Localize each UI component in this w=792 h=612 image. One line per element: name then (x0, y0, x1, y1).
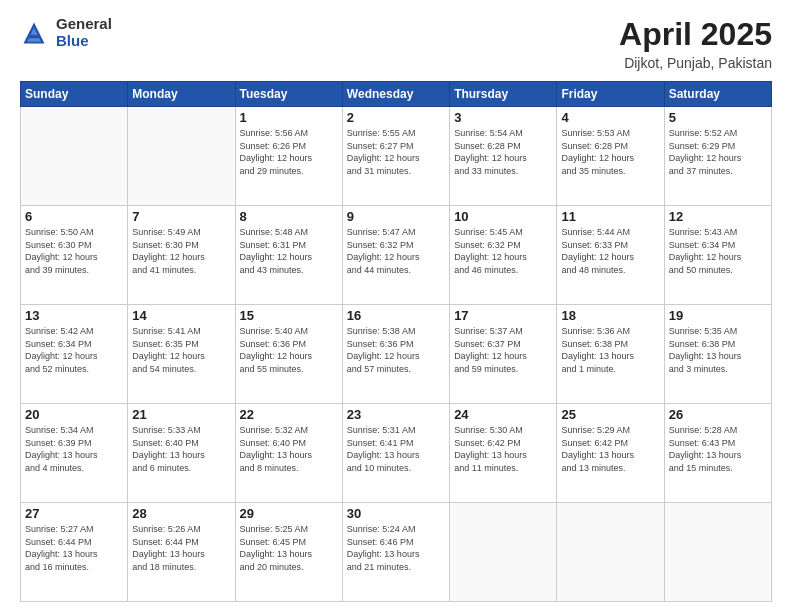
table-row: 15Sunrise: 5:40 AM Sunset: 6:36 PM Dayli… (235, 305, 342, 404)
day-info: Sunrise: 5:31 AM Sunset: 6:41 PM Dayligh… (347, 424, 445, 474)
table-row: 25Sunrise: 5:29 AM Sunset: 6:42 PM Dayli… (557, 404, 664, 503)
day-number: 20 (25, 407, 123, 422)
header: General Blue April 2025 Dijkot, Punjab, … (20, 16, 772, 71)
day-number: 15 (240, 308, 338, 323)
table-row (128, 107, 235, 206)
day-number: 17 (454, 308, 552, 323)
header-friday: Friday (557, 82, 664, 107)
day-number: 12 (669, 209, 767, 224)
day-info: Sunrise: 5:27 AM Sunset: 6:44 PM Dayligh… (25, 523, 123, 573)
day-info: Sunrise: 5:38 AM Sunset: 6:36 PM Dayligh… (347, 325, 445, 375)
table-row: 22Sunrise: 5:32 AM Sunset: 6:40 PM Dayli… (235, 404, 342, 503)
day-number: 1 (240, 110, 338, 125)
table-row: 2Sunrise: 5:55 AM Sunset: 6:27 PM Daylig… (342, 107, 449, 206)
table-row: 23Sunrise: 5:31 AM Sunset: 6:41 PM Dayli… (342, 404, 449, 503)
day-number: 30 (347, 506, 445, 521)
table-row: 11Sunrise: 5:44 AM Sunset: 6:33 PM Dayli… (557, 206, 664, 305)
day-info: Sunrise: 5:49 AM Sunset: 6:30 PM Dayligh… (132, 226, 230, 276)
day-number: 9 (347, 209, 445, 224)
table-row: 16Sunrise: 5:38 AM Sunset: 6:36 PM Dayli… (342, 305, 449, 404)
table-row: 8Sunrise: 5:48 AM Sunset: 6:31 PM Daylig… (235, 206, 342, 305)
svg-rect-2 (29, 34, 40, 38)
day-number: 24 (454, 407, 552, 422)
day-number: 7 (132, 209, 230, 224)
day-info: Sunrise: 5:26 AM Sunset: 6:44 PM Dayligh… (132, 523, 230, 573)
calendar-week-row: 1Sunrise: 5:56 AM Sunset: 6:26 PM Daylig… (21, 107, 772, 206)
title-block: April 2025 Dijkot, Punjab, Pakistan (619, 16, 772, 71)
day-number: 13 (25, 308, 123, 323)
logo: General Blue (20, 16, 112, 49)
day-info: Sunrise: 5:42 AM Sunset: 6:34 PM Dayligh… (25, 325, 123, 375)
table-row: 24Sunrise: 5:30 AM Sunset: 6:42 PM Dayli… (450, 404, 557, 503)
header-tuesday: Tuesday (235, 82, 342, 107)
day-info: Sunrise: 5:30 AM Sunset: 6:42 PM Dayligh… (454, 424, 552, 474)
day-info: Sunrise: 5:29 AM Sunset: 6:42 PM Dayligh… (561, 424, 659, 474)
calendar-subtitle: Dijkot, Punjab, Pakistan (619, 55, 772, 71)
day-number: 27 (25, 506, 123, 521)
day-number: 10 (454, 209, 552, 224)
day-number: 22 (240, 407, 338, 422)
logo-text: General Blue (56, 16, 112, 49)
day-info: Sunrise: 5:40 AM Sunset: 6:36 PM Dayligh… (240, 325, 338, 375)
day-info: Sunrise: 5:54 AM Sunset: 6:28 PM Dayligh… (454, 127, 552, 177)
day-info: Sunrise: 5:37 AM Sunset: 6:37 PM Dayligh… (454, 325, 552, 375)
calendar-week-row: 13Sunrise: 5:42 AM Sunset: 6:34 PM Dayli… (21, 305, 772, 404)
table-row: 27Sunrise: 5:27 AM Sunset: 6:44 PM Dayli… (21, 503, 128, 602)
header-wednesday: Wednesday (342, 82, 449, 107)
table-row: 14Sunrise: 5:41 AM Sunset: 6:35 PM Dayli… (128, 305, 235, 404)
logo-blue: Blue (56, 33, 112, 50)
day-info: Sunrise: 5:28 AM Sunset: 6:43 PM Dayligh… (669, 424, 767, 474)
table-row: 1Sunrise: 5:56 AM Sunset: 6:26 PM Daylig… (235, 107, 342, 206)
header-thursday: Thursday (450, 82, 557, 107)
table-row: 13Sunrise: 5:42 AM Sunset: 6:34 PM Dayli… (21, 305, 128, 404)
table-row (21, 107, 128, 206)
table-row: 26Sunrise: 5:28 AM Sunset: 6:43 PM Dayli… (664, 404, 771, 503)
page: General Blue April 2025 Dijkot, Punjab, … (0, 0, 792, 612)
calendar-title: April 2025 (619, 16, 772, 53)
table-row: 28Sunrise: 5:26 AM Sunset: 6:44 PM Dayli… (128, 503, 235, 602)
day-number: 4 (561, 110, 659, 125)
logo-icon (20, 19, 48, 47)
table-row: 30Sunrise: 5:24 AM Sunset: 6:46 PM Dayli… (342, 503, 449, 602)
day-info: Sunrise: 5:25 AM Sunset: 6:45 PM Dayligh… (240, 523, 338, 573)
day-info: Sunrise: 5:32 AM Sunset: 6:40 PM Dayligh… (240, 424, 338, 474)
day-number: 25 (561, 407, 659, 422)
logo-general: General (56, 16, 112, 33)
day-info: Sunrise: 5:33 AM Sunset: 6:40 PM Dayligh… (132, 424, 230, 474)
day-number: 18 (561, 308, 659, 323)
day-info: Sunrise: 5:43 AM Sunset: 6:34 PM Dayligh… (669, 226, 767, 276)
calendar-header-row: Sunday Monday Tuesday Wednesday Thursday… (21, 82, 772, 107)
day-info: Sunrise: 5:44 AM Sunset: 6:33 PM Dayligh… (561, 226, 659, 276)
day-number: 29 (240, 506, 338, 521)
day-info: Sunrise: 5:41 AM Sunset: 6:35 PM Dayligh… (132, 325, 230, 375)
day-number: 26 (669, 407, 767, 422)
table-row: 18Sunrise: 5:36 AM Sunset: 6:38 PM Dayli… (557, 305, 664, 404)
day-info: Sunrise: 5:52 AM Sunset: 6:29 PM Dayligh… (669, 127, 767, 177)
day-number: 28 (132, 506, 230, 521)
table-row: 7Sunrise: 5:49 AM Sunset: 6:30 PM Daylig… (128, 206, 235, 305)
table-row (664, 503, 771, 602)
day-info: Sunrise: 5:36 AM Sunset: 6:38 PM Dayligh… (561, 325, 659, 375)
day-info: Sunrise: 5:34 AM Sunset: 6:39 PM Dayligh… (25, 424, 123, 474)
table-row: 4Sunrise: 5:53 AM Sunset: 6:28 PM Daylig… (557, 107, 664, 206)
day-number: 3 (454, 110, 552, 125)
day-number: 11 (561, 209, 659, 224)
day-info: Sunrise: 5:35 AM Sunset: 6:38 PM Dayligh… (669, 325, 767, 375)
day-info: Sunrise: 5:24 AM Sunset: 6:46 PM Dayligh… (347, 523, 445, 573)
table-row: 29Sunrise: 5:25 AM Sunset: 6:45 PM Dayli… (235, 503, 342, 602)
day-info: Sunrise: 5:55 AM Sunset: 6:27 PM Dayligh… (347, 127, 445, 177)
day-number: 16 (347, 308, 445, 323)
table-row: 3Sunrise: 5:54 AM Sunset: 6:28 PM Daylig… (450, 107, 557, 206)
calendar-week-row: 20Sunrise: 5:34 AM Sunset: 6:39 PM Dayli… (21, 404, 772, 503)
day-info: Sunrise: 5:48 AM Sunset: 6:31 PM Dayligh… (240, 226, 338, 276)
day-number: 5 (669, 110, 767, 125)
table-row: 21Sunrise: 5:33 AM Sunset: 6:40 PM Dayli… (128, 404, 235, 503)
day-number: 8 (240, 209, 338, 224)
header-saturday: Saturday (664, 82, 771, 107)
table-row: 9Sunrise: 5:47 AM Sunset: 6:32 PM Daylig… (342, 206, 449, 305)
table-row: 10Sunrise: 5:45 AM Sunset: 6:32 PM Dayli… (450, 206, 557, 305)
day-info: Sunrise: 5:53 AM Sunset: 6:28 PM Dayligh… (561, 127, 659, 177)
calendar-week-row: 27Sunrise: 5:27 AM Sunset: 6:44 PM Dayli… (21, 503, 772, 602)
header-sunday: Sunday (21, 82, 128, 107)
table-row (557, 503, 664, 602)
